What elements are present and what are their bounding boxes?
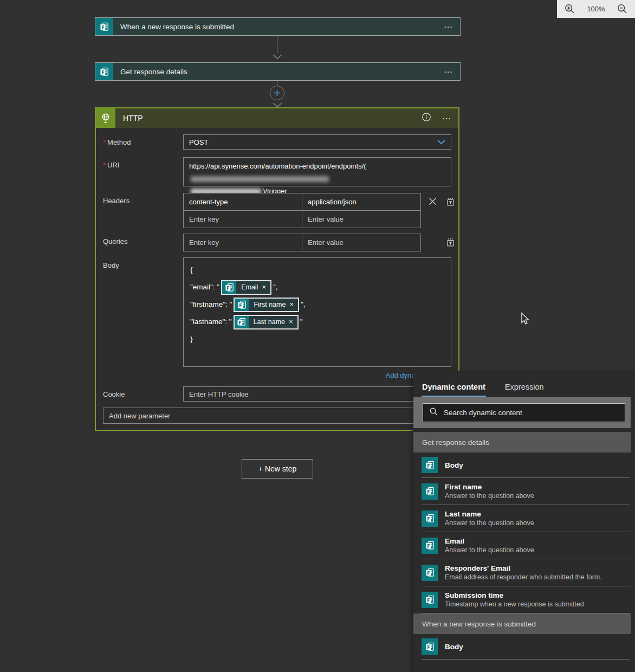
header-value-cell[interactable] [302, 193, 420, 210]
body-line: "lastname": " Last name×" [190, 313, 444, 331]
item-title: First name [445, 482, 534, 492]
header-value-input[interactable] [302, 215, 420, 223]
forms-icon [422, 538, 438, 554]
dynamic-content-chip[interactable]: Last name× [234, 315, 299, 329]
item-title: Responders' Email [445, 564, 602, 573]
dynamic-content-item[interactable]: Body [413, 634, 635, 659]
cookie-input-box[interactable] [183, 386, 451, 402]
queries-table [183, 234, 421, 251]
header-value-input[interactable] [302, 198, 420, 206]
dynamic-content-item[interactable]: Body [413, 453, 635, 477]
body-line: } [190, 331, 444, 348]
header-value-cell[interactable] [302, 211, 420, 228]
trigger-card[interactable]: When a new response is submitted ⋯ [95, 17, 461, 36]
item-subtitle: Answer to the question above [445, 519, 534, 527]
chip-label: Email [236, 279, 262, 296]
item-subtitle: Email address of responder who submitted… [445, 573, 602, 581]
dynamic-content-panel: Dynamic content Expression Get response … [413, 371, 635, 672]
search-box[interactable] [423, 403, 625, 422]
header-key-cell[interactable] [184, 211, 302, 228]
zoom-out-icon[interactable] [617, 3, 628, 15]
body-line: "email": " Email×", [190, 279, 444, 296]
close-icon[interactable]: × [262, 279, 270, 296]
forms-icon [235, 316, 249, 328]
item-subtitle: Answer to the question above [445, 546, 534, 554]
method-value: POST [189, 138, 208, 146]
dynamic-content-list: Get response details Body First name Ans… [413, 432, 635, 660]
panel-section-header: When a new response is submitted [413, 613, 631, 634]
cookie-label: Cookie [103, 386, 183, 402]
action-card[interactable]: Get response details ⋯ [95, 62, 461, 81]
delete-row-icon[interactable] [429, 197, 437, 208]
dynamic-content-chip[interactable]: First name× [234, 298, 299, 312]
query-value-cell[interactable] [302, 234, 420, 251]
uri-input[interactable]: https://api.synerise.com/automation-endp… [183, 157, 451, 186]
uri-line-1: https://api.synerise.com/automation-endp… [189, 160, 445, 185]
forms-icon [422, 638, 438, 655]
dynamic-content-item[interactable]: First name Answer to the question above [413, 478, 635, 505]
action-card-menu-button[interactable]: ⋯ [444, 67, 460, 77]
item-title: Email [445, 537, 534, 546]
forms-icon [422, 457, 438, 473]
tab-expression[interactable]: Expression [505, 383, 544, 397]
header-key-cell[interactable] [184, 193, 302, 210]
search-band [413, 397, 631, 428]
tab-dynamic-content[interactable]: Dynamic content [422, 383, 485, 397]
method-select[interactable]: POST [183, 134, 451, 150]
divider [422, 659, 630, 660]
dynamic-content-chip[interactable]: Email× [221, 280, 271, 295]
headers-table [183, 193, 421, 228]
forms-icon [422, 511, 438, 527]
dynamic-content-item[interactable]: Email Answer to the question above [413, 532, 635, 559]
text-mode-icon[interactable] [446, 238, 455, 249]
method-label: *Method [103, 134, 183, 150]
http-action-card: HTTP ⋯ *Method POST *URI https://api.syn… [95, 107, 459, 431]
close-icon[interactable]: × [289, 296, 298, 313]
connector-line [277, 36, 277, 53]
query-value-input[interactable] [302, 238, 420, 247]
cookie-input[interactable] [184, 390, 451, 398]
item-title: Body [445, 642, 463, 651]
header-key-input[interactable] [184, 198, 302, 206]
item-subtitle: Answer to the question above [445, 492, 534, 500]
new-step-button[interactable]: + New step [242, 459, 313, 479]
header-key-input[interactable] [184, 215, 302, 223]
add-new-parameter-dropdown[interactable]: Add new parameter [103, 408, 454, 424]
dynamic-content-item[interactable]: Responders' Email Email address of respo… [413, 559, 635, 586]
http-card-menu-button[interactable]: ⋯ [442, 113, 451, 124]
query-key-cell[interactable] [184, 234, 302, 251]
zoom-toolbar: 100% [557, 0, 635, 18]
body-line: { [190, 261, 444, 279]
search-input[interactable] [438, 409, 625, 417]
forms-icon [422, 483, 438, 500]
forms-icon [422, 565, 438, 581]
add-dynamic-content-link[interactable]: Add dynamic content [183, 371, 451, 379]
chip-label: First name [249, 296, 289, 313]
forms-icon [95, 18, 113, 35]
action-card-title: Get response details [120, 68, 187, 76]
mouse-cursor [519, 312, 531, 328]
globe-icon [96, 108, 115, 128]
trigger-card-title: When a new response is submitted [120, 23, 234, 31]
forms-icon [235, 299, 249, 311]
chevron-down-icon [437, 138, 445, 146]
uri-label: *URI [103, 157, 183, 186]
arrow-down-icon [273, 52, 282, 62]
insert-step-button[interactable] [270, 86, 284, 100]
item-title: Last name [445, 509, 534, 519]
http-card-header[interactable]: HTTP ⋯ [96, 108, 458, 128]
dynamic-content-item[interactable]: Last name Answer to the question above [413, 505, 635, 532]
required-marker: * [103, 138, 106, 146]
forms-icon [222, 281, 236, 294]
close-icon[interactable]: × [289, 313, 297, 331]
headers-label: Headers [103, 193, 183, 228]
zoom-in-icon[interactable] [564, 3, 575, 15]
trigger-card-menu-button[interactable]: ⋯ [444, 22, 460, 32]
info-icon[interactable] [422, 112, 431, 124]
item-title: Body [445, 461, 463, 470]
forms-icon [95, 63, 113, 80]
text-mode-icon[interactable] [446, 197, 455, 209]
body-editor[interactable]: {"email": " Email×","firstname": " First… [183, 257, 451, 367]
dynamic-content-item[interactable]: Submission time Timestamp when a new res… [413, 586, 635, 613]
query-key-input[interactable] [184, 238, 302, 247]
